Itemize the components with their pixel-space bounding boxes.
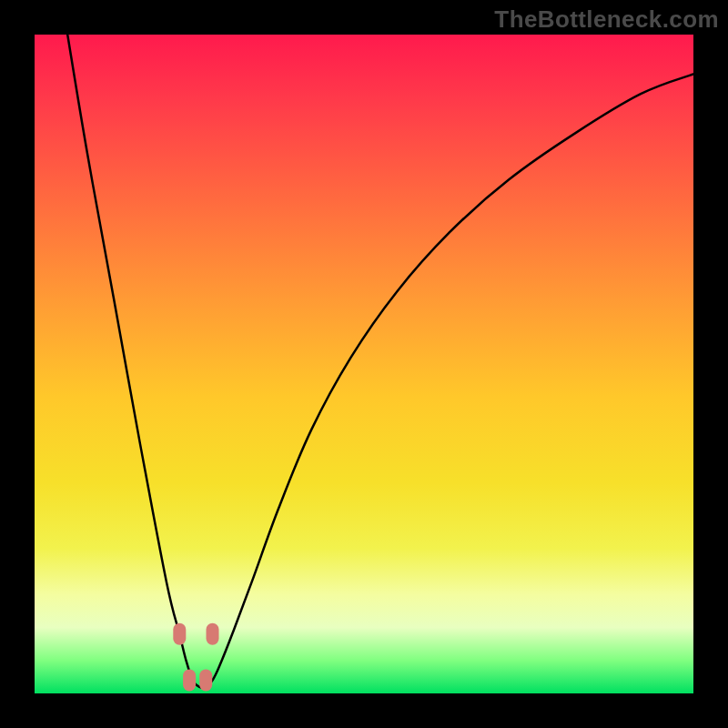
curve-markers bbox=[173, 623, 218, 692]
watermark-text: TheBottleneck.com bbox=[494, 5, 719, 34]
curve-marker bbox=[207, 623, 219, 645]
bottleneck-curve bbox=[67, 35, 693, 688]
curve-marker bbox=[199, 670, 212, 692]
curve-layer bbox=[35, 35, 693, 693]
chart-frame: TheBottleneck.com bbox=[0, 0, 728, 728]
curve-marker bbox=[183, 670, 196, 692]
curve-marker bbox=[173, 623, 186, 645]
plot-area bbox=[35, 35, 693, 693]
